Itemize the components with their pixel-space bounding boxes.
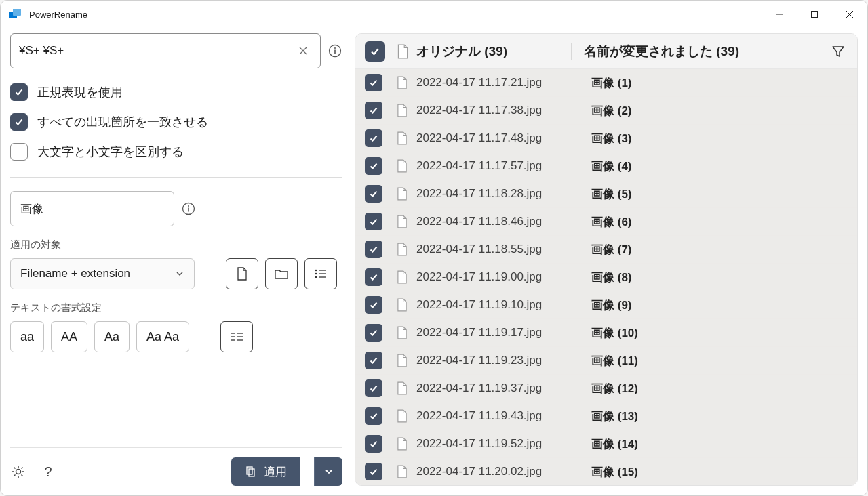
table-row[interactable]: 2022-04-17 11.19.17.jpg画像 (10): [355, 319, 857, 347]
renamed-name: 画像 (9): [591, 297, 845, 313]
check-icon: [369, 217, 378, 226]
apply-dropdown-button[interactable]: [314, 457, 342, 486]
original-name: 2022-04-17 11.19.37.jpg: [416, 381, 591, 395]
apply-button[interactable]: 適用: [231, 457, 300, 486]
left-panel: 正規表現を使用 すべての出現箇所を一致させる 大文字と小文字を区別する: [10, 33, 342, 486]
window-close-button[interactable]: [832, 1, 867, 28]
row-checkbox[interactable]: [365, 435, 382, 453]
bottom-bar: ? 適用: [10, 447, 342, 486]
original-name: 2022-04-17 11.19.52.jpg: [416, 437, 591, 451]
use-regex-checkbox[interactable]: [10, 83, 28, 101]
row-checkbox[interactable]: [365, 268, 382, 286]
renamed-name: 画像 (6): [591, 214, 845, 230]
replace-info-button[interactable]: [181, 201, 196, 216]
row-checkbox[interactable]: [365, 102, 382, 119]
file-icon: [396, 409, 408, 423]
table-row[interactable]: 2022-04-17 11.18.46.jpg画像 (6): [355, 208, 857, 236]
svg-rect-1: [812, 12, 818, 18]
original-name: 2022-04-17 11.19.00.jpg: [416, 270, 591, 284]
match-all-label: すべての出現箇所を一致させる: [37, 114, 208, 130]
capitalize-each-button[interactable]: Aa Aa: [136, 321, 189, 352]
use-regex-option[interactable]: 正規表現を使用: [10, 83, 342, 101]
case-sensitive-label: 大文字と小文字を区別する: [37, 144, 184, 160]
table-row[interactable]: 2022-04-17 11.19.52.jpg画像 (14): [355, 430, 857, 458]
renamed-name: 画像 (1): [591, 75, 845, 91]
file-icon: [396, 381, 408, 395]
renamed-name: 画像 (12): [591, 381, 845, 396]
svg-point-16: [315, 276, 317, 278]
minimize-icon: [775, 10, 783, 18]
text-format-label: テキストの書式設定: [10, 302, 342, 314]
select-all-checkbox[interactable]: [365, 41, 385, 62]
table-row[interactable]: 2022-04-17 11.19.37.jpg画像 (12): [355, 375, 857, 402]
row-checkbox[interactable]: [365, 213, 382, 230]
row-checkbox[interactable]: [365, 185, 382, 203]
match-all-option[interactable]: すべての出現箇所を一致させる: [10, 113, 342, 131]
enumerate-button[interactable]: [220, 321, 253, 352]
row-checkbox[interactable]: [365, 463, 382, 480]
titlecase-button[interactable]: Aa: [94, 321, 130, 352]
renamed-header[interactable]: 名前が変更されました (39): [571, 43, 831, 60]
file-icon: [396, 215, 408, 228]
apply-to-dropdown[interactable]: Filename + extension: [10, 258, 195, 289]
search-input[interactable]: [19, 44, 294, 58]
help-button[interactable]: ?: [40, 463, 56, 480]
table-row[interactable]: 2022-04-17 11.17.38.jpg画像 (2): [355, 97, 857, 125]
table-row[interactable]: 2022-04-17 11.18.28.jpg画像 (5): [355, 180, 857, 208]
options-group: 正規表現を使用 すべての出現箇所を一致させる 大文字と小文字を区別する: [10, 83, 342, 161]
preview-panel: オリジナル (39) 名前が変更されました (39) 2022-04-17 11…: [355, 33, 858, 486]
table-row[interactable]: 2022-04-17 11.19.10.jpg画像 (9): [355, 291, 857, 319]
app-icon: [9, 9, 22, 20]
row-checkbox[interactable]: [365, 157, 382, 175]
window-minimize-button[interactable]: [762, 1, 797, 28]
app-title: PowerRename: [29, 9, 87, 20]
table-row[interactable]: 2022-04-17 11.19.00.jpg画像 (8): [355, 264, 857, 291]
row-checkbox[interactable]: [365, 241, 382, 258]
table-row[interactable]: 2022-04-17 11.17.21.jpg画像 (1): [355, 69, 857, 97]
original-name: 2022-04-17 11.18.46.jpg: [416, 215, 591, 228]
match-all-checkbox[interactable]: [10, 113, 28, 131]
check-icon: [369, 300, 378, 310]
file-icon: [396, 298, 408, 312]
table-row[interactable]: 2022-04-17 11.17.57.jpg画像 (4): [355, 152, 857, 180]
divider: [10, 177, 342, 178]
row-checkbox[interactable]: [365, 379, 382, 397]
search-info-button[interactable]: [328, 43, 342, 58]
lowercase-button[interactable]: aa: [10, 321, 44, 352]
include-folders-button[interactable]: [265, 258, 298, 289]
renamed-name: 画像 (13): [591, 409, 845, 424]
row-checkbox[interactable]: [365, 324, 382, 342]
include-files-button[interactable]: [226, 258, 258, 289]
replace-input[interactable]: [20, 202, 164, 215]
original-header-label: オリジナル (39): [416, 43, 507, 60]
file-icon: [396, 44, 410, 59]
row-checkbox[interactable]: [365, 129, 382, 147]
row-checkbox[interactable]: [365, 74, 382, 91]
case-sensitive-checkbox[interactable]: [10, 143, 28, 161]
filter-button[interactable]: [831, 45, 845, 58]
check-icon: [14, 117, 24, 127]
table-body[interactable]: 2022-04-17 11.17.21.jpg画像 (1)2022-04-17 …: [355, 69, 857, 485]
table-row[interactable]: 2022-04-17 11.17.48.jpg画像 (3): [355, 125, 857, 152]
uppercase-button[interactable]: AA: [51, 321, 87, 352]
row-checkbox[interactable]: [365, 296, 382, 314]
table-row[interactable]: 2022-04-17 11.19.43.jpg画像 (13): [355, 402, 857, 430]
check-icon: [369, 161, 378, 171]
include-subfolders-button[interactable]: [304, 258, 337, 289]
row-checkbox[interactable]: [365, 352, 382, 369]
clear-search-button[interactable]: [294, 46, 312, 56]
check-icon: [369, 439, 378, 449]
settings-button[interactable]: [10, 463, 26, 480]
row-checkbox[interactable]: [365, 407, 382, 425]
table-row[interactable]: 2022-04-17 11.18.55.jpg画像 (7): [355, 236, 857, 264]
gear-icon: [11, 464, 26, 479]
window-maximize-button[interactable]: [797, 1, 832, 28]
case-sensitive-option[interactable]: 大文字と小文字を区別する: [10, 143, 342, 161]
original-header[interactable]: オリジナル (39): [396, 43, 571, 60]
titlebar: PowerRename: [1, 1, 867, 28]
file-icon: [396, 354, 408, 367]
check-icon: [369, 272, 378, 282]
svg-point-7: [334, 47, 336, 49]
table-row[interactable]: 2022-04-17 11.20.02.jpg画像 (15): [355, 458, 857, 485]
table-row[interactable]: 2022-04-17 11.19.23.jpg画像 (11): [355, 347, 857, 375]
